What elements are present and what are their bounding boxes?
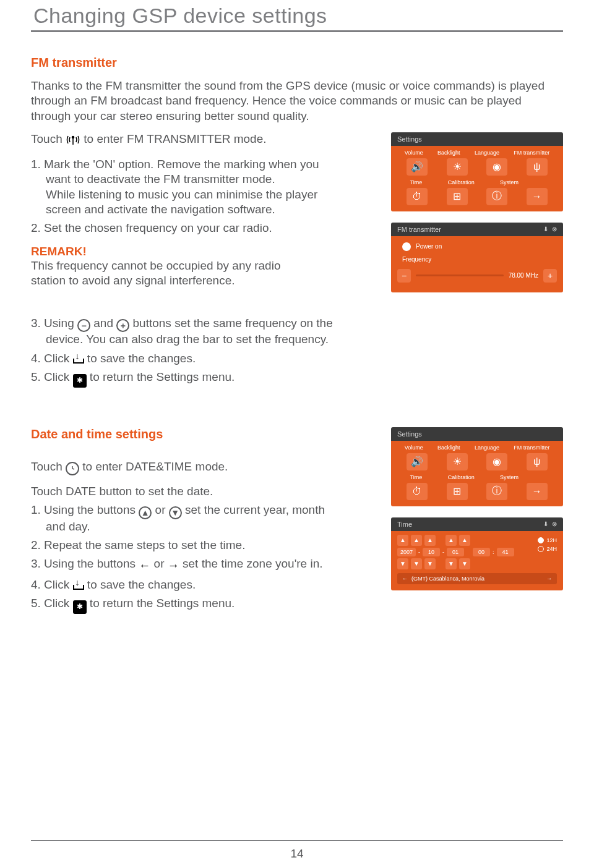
dt-touch-line: Touch to enter DATE&TIME mode. [31,460,377,475]
mock-title: Settings [397,430,422,438]
down-btn: ▼ [459,558,470,569]
text: device. You can also drag the bar to set… [31,333,329,346]
page-number: 14 [0,847,594,861]
calibration-icon: ⊞ [447,483,468,500]
clock-icon [66,462,79,475]
fm-step3: 3. Using − and + buttons set the same fr… [31,316,563,347]
text: 4. Click [31,578,73,591]
dt-right-col: Settings Volume Backlight Language FM tr… [391,427,563,618]
down-btn: ▼ [411,558,422,569]
fm-left-col: Touch to enter FM TRANSMITTER mode. 1. M… [31,132,377,304]
next-icon: → [527,188,548,205]
language-icon: ◉ [486,453,507,470]
down-triangle-icon: ▼ [169,506,182,519]
dt-step4: 4. Click to save the changes. [31,577,377,592]
fm-mock: FM transmitter ⬇⊗ Power on Frequency − 7… [391,223,563,292]
left-arrow-icon: ← [139,558,150,573]
text: buttons set the same frequency on the [133,317,333,330]
up-btn: ▲ [424,535,436,546]
text: 1. Mark the 'ON' option. Remove the mark… [31,158,319,171]
text: set the time zone you're in. [183,557,322,570]
mock-title: FM transmitter [397,226,441,233]
text: 5. Click [31,597,73,610]
remark-heading: REMARK! [31,245,377,258]
close-square-icon: ✱ [73,600,87,614]
up-btn: ▲ [446,535,457,546]
label: Backlight [437,445,460,451]
fm-step4: 4. Click to save the changes. [31,351,563,366]
save-icon [73,355,84,364]
text: Touch [31,460,66,473]
text: and day. [31,520,90,533]
dt-left-col: Date and time settings Touch to enter DA… [31,427,377,618]
text: or [155,503,169,516]
next-icon: → [527,483,548,500]
text: or [154,557,168,570]
label: Calibration [448,179,475,185]
freq-value: 78.00 MHz [509,272,538,279]
volume-icon: 🔊 [407,158,428,176]
label: FM transmitter [514,445,549,451]
text: 3. Using the buttons [31,557,139,570]
label: Time [410,179,423,185]
svg-line-3 [72,469,74,469]
close-square-icon: ✱ [73,374,87,388]
text: to save the changes. [87,352,196,365]
language-icon: ◉ [486,158,507,176]
fm-step1: 1. Mark the 'ON' option. Remove the mark… [31,157,377,217]
text: and [93,317,116,330]
radio-12h [538,537,544,543]
label: Volume [405,445,423,451]
fm-intro: Thanks to the FM transmitter the sound f… [31,79,557,124]
text: This frequency cannot be occupied by any… [31,259,280,272]
label: 12H [546,537,557,543]
mock-title: Settings [397,135,422,143]
text: 3. Using [31,317,77,330]
text: set the current year, month [185,503,325,516]
month-val: 10 [423,548,440,556]
radio-24h [538,546,544,552]
mock-header-icons: ⬇⊗ [543,521,557,527]
settings-mock: Settings Volume Backlight Language FM tr… [391,132,563,211]
save-icon [73,581,84,590]
slider-track [416,274,504,276]
text: to enter FM TRANSMITTER mode. [84,132,266,145]
settings-mock-2: Settings Volume Backlight Language FM tr… [391,427,563,506]
min-val: 41 [497,548,514,556]
year-val: 2007 [397,548,416,556]
fm-icon: ψ [527,453,548,470]
dt-step3: 3. Using the buttons ← or → set the time… [31,556,377,573]
text: While listening to music you can minimis… [31,188,317,201]
label: System [500,474,519,480]
label: 24H [546,546,557,552]
minus-circle-icon: − [77,319,90,332]
up-btn: ▲ [397,535,408,546]
time-icon: ⏱ [407,188,428,205]
antenna-icon [66,134,80,148]
dt-step5: 5. Click ✱ to return the Settings menu. [31,596,377,614]
fm-heading: FM transmitter [31,56,563,70]
fm-step2: 2. Set the chosen frequency on your car … [31,221,377,236]
tz-label: (GMT) Casablanca, Monrovia [411,576,543,582]
down-btn: ▼ [424,558,436,569]
text: station to avoid any signal interference… [31,274,235,287]
page-title: Changing GSP device settings [33,4,563,28]
day-val: 01 [447,548,464,556]
footer-rule [31,840,563,841]
fm-step5: 5. Click ✱ to return the Settings menu. [31,370,563,388]
system-icon: ⓘ [486,483,507,500]
system-icon: ⓘ [486,188,507,205]
fm-touch-line: Touch to enter FM TRANSMITTER mode. [31,132,377,148]
right-arrow-icon: → [168,558,179,573]
calibration-icon: ⊞ [447,188,468,205]
label: Language [475,445,499,451]
label: FM transmitter [514,150,549,156]
label: Backlight [437,150,460,156]
fm-icon: ψ [527,158,548,176]
text: to save the changes. [87,578,196,591]
text: 5. Click [31,370,73,383]
label: Power on [416,243,442,250]
manual-page: Changing GSP device settings FM transmit… [0,4,594,868]
text: to enter DATE&TIME mode. [82,460,228,473]
text: to return the Settings menu. [90,597,235,610]
